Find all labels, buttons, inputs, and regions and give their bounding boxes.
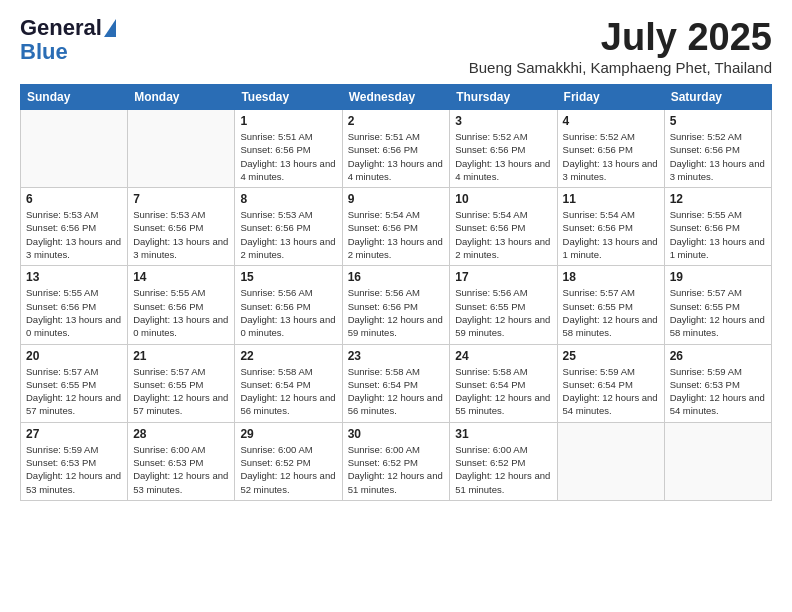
calendar-cell: 19Sunrise: 5:57 AM Sunset: 6:55 PM Dayli… (664, 266, 771, 344)
day-info: Sunrise: 5:57 AM Sunset: 6:55 PM Dayligh… (563, 286, 659, 339)
calendar-cell: 10Sunrise: 5:54 AM Sunset: 6:56 PM Dayli… (450, 188, 557, 266)
day-info: Sunrise: 6:00 AM Sunset: 6:52 PM Dayligh… (348, 443, 445, 496)
day-info: Sunrise: 5:56 AM Sunset: 6:56 PM Dayligh… (348, 286, 445, 339)
day-info: Sunrise: 5:52 AM Sunset: 6:56 PM Dayligh… (563, 130, 659, 183)
day-number: 17 (455, 270, 551, 284)
day-info: Sunrise: 5:53 AM Sunset: 6:56 PM Dayligh… (240, 208, 336, 261)
calendar-cell: 24Sunrise: 5:58 AM Sunset: 6:54 PM Dayli… (450, 344, 557, 422)
calendar-cell: 17Sunrise: 5:56 AM Sunset: 6:55 PM Dayli… (450, 266, 557, 344)
calendar-cell (664, 422, 771, 500)
calendar-cell: 12Sunrise: 5:55 AM Sunset: 6:56 PM Dayli… (664, 188, 771, 266)
calendar-cell: 7Sunrise: 5:53 AM Sunset: 6:56 PM Daylig… (128, 188, 235, 266)
calendar-cell (128, 110, 235, 188)
calendar-week-row: 13Sunrise: 5:55 AM Sunset: 6:56 PM Dayli… (21, 266, 772, 344)
calendar-cell: 2Sunrise: 5:51 AM Sunset: 6:56 PM Daylig… (342, 110, 450, 188)
calendar-cell: 4Sunrise: 5:52 AM Sunset: 6:56 PM Daylig… (557, 110, 664, 188)
day-info: Sunrise: 5:55 AM Sunset: 6:56 PM Dayligh… (133, 286, 229, 339)
calendar-header-thursday: Thursday (450, 85, 557, 110)
day-number: 10 (455, 192, 551, 206)
calendar-header-saturday: Saturday (664, 85, 771, 110)
day-number: 25 (563, 349, 659, 363)
calendar-cell: 5Sunrise: 5:52 AM Sunset: 6:56 PM Daylig… (664, 110, 771, 188)
calendar-cell: 20Sunrise: 5:57 AM Sunset: 6:55 PM Dayli… (21, 344, 128, 422)
day-info: Sunrise: 6:00 AM Sunset: 6:53 PM Dayligh… (133, 443, 229, 496)
day-number: 18 (563, 270, 659, 284)
calendar-cell (21, 110, 128, 188)
calendar-cell: 31Sunrise: 6:00 AM Sunset: 6:52 PM Dayli… (450, 422, 557, 500)
day-number: 15 (240, 270, 336, 284)
day-info: Sunrise: 5:54 AM Sunset: 6:56 PM Dayligh… (455, 208, 551, 261)
day-number: 26 (670, 349, 766, 363)
calendar-cell: 28Sunrise: 6:00 AM Sunset: 6:53 PM Dayli… (128, 422, 235, 500)
calendar-cell: 29Sunrise: 6:00 AM Sunset: 6:52 PM Dayli… (235, 422, 342, 500)
calendar-week-row: 1Sunrise: 5:51 AM Sunset: 6:56 PM Daylig… (21, 110, 772, 188)
page-header: General Blue July 2025 Bueng Samakkhi, K… (20, 16, 772, 76)
day-info: Sunrise: 5:57 AM Sunset: 6:55 PM Dayligh… (670, 286, 766, 339)
calendar-cell: 25Sunrise: 5:59 AM Sunset: 6:54 PM Dayli… (557, 344, 664, 422)
day-info: Sunrise: 5:55 AM Sunset: 6:56 PM Dayligh… (670, 208, 766, 261)
day-number: 20 (26, 349, 122, 363)
day-number: 1 (240, 114, 336, 128)
day-info: Sunrise: 6:00 AM Sunset: 6:52 PM Dayligh… (240, 443, 336, 496)
day-info: Sunrise: 5:53 AM Sunset: 6:56 PM Dayligh… (26, 208, 122, 261)
day-info: Sunrise: 5:59 AM Sunset: 6:53 PM Dayligh… (670, 365, 766, 418)
day-info: Sunrise: 6:00 AM Sunset: 6:52 PM Dayligh… (455, 443, 551, 496)
calendar-header-sunday: Sunday (21, 85, 128, 110)
day-number: 27 (26, 427, 122, 441)
calendar-cell: 13Sunrise: 5:55 AM Sunset: 6:56 PM Dayli… (21, 266, 128, 344)
calendar-week-row: 6Sunrise: 5:53 AM Sunset: 6:56 PM Daylig… (21, 188, 772, 266)
calendar-cell: 9Sunrise: 5:54 AM Sunset: 6:56 PM Daylig… (342, 188, 450, 266)
calendar-header-friday: Friday (557, 85, 664, 110)
calendar-cell: 14Sunrise: 5:55 AM Sunset: 6:56 PM Dayli… (128, 266, 235, 344)
day-number: 29 (240, 427, 336, 441)
day-number: 14 (133, 270, 229, 284)
calendar-week-row: 27Sunrise: 5:59 AM Sunset: 6:53 PM Dayli… (21, 422, 772, 500)
day-info: Sunrise: 5:55 AM Sunset: 6:56 PM Dayligh… (26, 286, 122, 339)
calendar-cell: 22Sunrise: 5:58 AM Sunset: 6:54 PM Dayli… (235, 344, 342, 422)
day-number: 19 (670, 270, 766, 284)
calendar-cell: 27Sunrise: 5:59 AM Sunset: 6:53 PM Dayli… (21, 422, 128, 500)
day-number: 7 (133, 192, 229, 206)
day-info: Sunrise: 5:56 AM Sunset: 6:55 PM Dayligh… (455, 286, 551, 339)
day-number: 23 (348, 349, 445, 363)
day-number: 22 (240, 349, 336, 363)
logo-general: General (20, 16, 102, 40)
calendar-cell: 8Sunrise: 5:53 AM Sunset: 6:56 PM Daylig… (235, 188, 342, 266)
month-title: July 2025 (469, 16, 772, 59)
day-number: 24 (455, 349, 551, 363)
day-info: Sunrise: 5:56 AM Sunset: 6:56 PM Dayligh… (240, 286, 336, 339)
logo-arrow-icon (104, 19, 116, 37)
day-info: Sunrise: 5:52 AM Sunset: 6:56 PM Dayligh… (670, 130, 766, 183)
day-info: Sunrise: 5:58 AM Sunset: 6:54 PM Dayligh… (455, 365, 551, 418)
day-info: Sunrise: 5:57 AM Sunset: 6:55 PM Dayligh… (133, 365, 229, 418)
calendar-header-wednesday: Wednesday (342, 85, 450, 110)
logo-blue: Blue (20, 40, 68, 64)
calendar-cell: 11Sunrise: 5:54 AM Sunset: 6:56 PM Dayli… (557, 188, 664, 266)
calendar-header-row: SundayMondayTuesdayWednesdayThursdayFrid… (21, 85, 772, 110)
day-info: Sunrise: 5:54 AM Sunset: 6:56 PM Dayligh… (563, 208, 659, 261)
calendar-table: SundayMondayTuesdayWednesdayThursdayFrid… (20, 84, 772, 501)
day-number: 12 (670, 192, 766, 206)
calendar-header-monday: Monday (128, 85, 235, 110)
calendar-header-tuesday: Tuesday (235, 85, 342, 110)
day-number: 4 (563, 114, 659, 128)
calendar-cell: 21Sunrise: 5:57 AM Sunset: 6:55 PM Dayli… (128, 344, 235, 422)
calendar-cell: 16Sunrise: 5:56 AM Sunset: 6:56 PM Dayli… (342, 266, 450, 344)
calendar-week-row: 20Sunrise: 5:57 AM Sunset: 6:55 PM Dayli… (21, 344, 772, 422)
day-info: Sunrise: 5:59 AM Sunset: 6:53 PM Dayligh… (26, 443, 122, 496)
calendar-cell: 3Sunrise: 5:52 AM Sunset: 6:56 PM Daylig… (450, 110, 557, 188)
day-info: Sunrise: 5:54 AM Sunset: 6:56 PM Dayligh… (348, 208, 445, 261)
day-info: Sunrise: 5:51 AM Sunset: 6:56 PM Dayligh… (348, 130, 445, 183)
title-block: July 2025 Bueng Samakkhi, Kamphaeng Phet… (469, 16, 772, 76)
day-info: Sunrise: 5:57 AM Sunset: 6:55 PM Dayligh… (26, 365, 122, 418)
logo: General Blue (20, 16, 116, 64)
day-info: Sunrise: 5:51 AM Sunset: 6:56 PM Dayligh… (240, 130, 336, 183)
day-number: 30 (348, 427, 445, 441)
day-number: 28 (133, 427, 229, 441)
day-number: 21 (133, 349, 229, 363)
day-number: 11 (563, 192, 659, 206)
day-number: 6 (26, 192, 122, 206)
calendar-cell: 26Sunrise: 5:59 AM Sunset: 6:53 PM Dayli… (664, 344, 771, 422)
day-number: 16 (348, 270, 445, 284)
day-info: Sunrise: 5:53 AM Sunset: 6:56 PM Dayligh… (133, 208, 229, 261)
